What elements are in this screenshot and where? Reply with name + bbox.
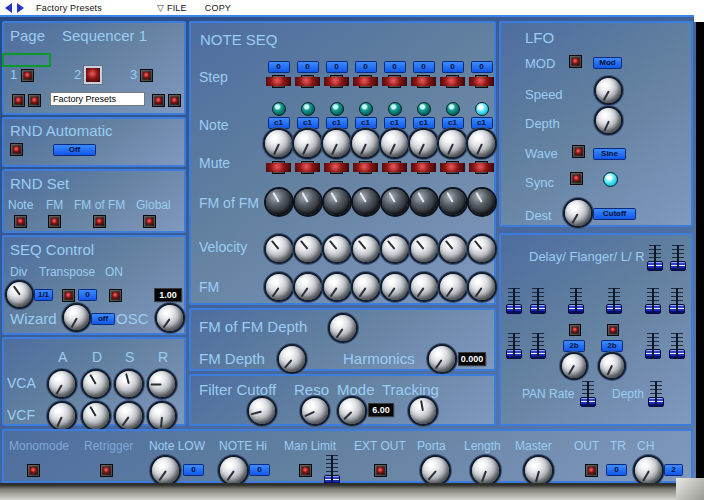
note-knob[interactable] <box>265 130 292 157</box>
fm-of-fm-knob[interactable] <box>382 189 408 215</box>
delay-time-knob-2[interactable] <box>600 354 624 378</box>
delay-sync-button-1[interactable] <box>569 324 581 336</box>
div-knob[interactable] <box>7 282 32 307</box>
harmonics-knob[interactable] <box>429 346 455 372</box>
mute-button[interactable] <box>475 161 488 174</box>
mod-display[interactable]: Mod <box>594 58 621 68</box>
step-button[interactable] <box>359 75 372 88</box>
fm-of-fm-knob[interactable] <box>353 189 379 215</box>
vcf-sustain-knob[interactable] <box>116 403 142 429</box>
mute-button[interactable] <box>272 161 285 174</box>
step-button[interactable] <box>388 75 401 88</box>
preset-name-input[interactable] <box>50 92 145 106</box>
preset-load-button[interactable] <box>168 94 181 107</box>
fm-of-fm-depth-knob[interactable] <box>330 315 356 341</box>
transpose-button[interactable] <box>62 289 75 302</box>
delay-slider-r1[interactable] <box>647 245 663 271</box>
ext-out-button[interactable] <box>374 464 387 477</box>
wizard-knob[interactable] <box>64 305 89 330</box>
flanger-slider-1[interactable] <box>568 288 584 314</box>
note-knob[interactable] <box>410 130 437 157</box>
delay-slider-r3[interactable] <box>645 288 661 314</box>
preset-next-button[interactable] <box>28 94 41 107</box>
mode-knob[interactable] <box>339 398 365 424</box>
page1-button[interactable] <box>21 69 34 82</box>
file-menu[interactable]: FILE <box>167 3 187 13</box>
delay-time-display-2[interactable]: 2b <box>602 341 622 351</box>
note-knob[interactable] <box>439 130 466 157</box>
velocity-knob[interactable] <box>295 236 321 262</box>
out-button[interactable] <box>585 464 598 477</box>
mute-button[interactable] <box>446 161 459 174</box>
titlebar-preset-name[interactable]: Factory Presets <box>36 3 102 13</box>
flanger-slider-2[interactable] <box>606 288 622 314</box>
vca-release-knob[interactable] <box>149 371 175 397</box>
ch-knob[interactable] <box>635 457 662 484</box>
step-button[interactable] <box>330 75 343 88</box>
porta-knob[interactable] <box>422 457 449 484</box>
delay-slider-r4[interactable] <box>669 288 685 314</box>
mode-display[interactable]: 6.00 <box>369 404 393 416</box>
prev-preset-icon[interactable] <box>5 3 12 13</box>
vcf-decay-knob[interactable] <box>83 403 109 429</box>
note-hi-knob[interactable] <box>220 457 247 484</box>
velocity-knob[interactable] <box>324 236 350 262</box>
note-value-display[interactable]: c1 <box>472 118 492 128</box>
vcf-release-knob[interactable] <box>149 403 175 429</box>
lfo-depth-knob[interactable] <box>596 108 621 133</box>
note-value-display[interactable]: c1 <box>269 118 289 128</box>
note-hi-display[interactable]: 0 <box>250 465 269 475</box>
delay-slider-l3[interactable] <box>506 333 522 359</box>
pan-depth-slider[interactable] <box>648 381 664 407</box>
mute-button[interactable] <box>301 161 314 174</box>
delay-sync-button-2[interactable] <box>607 324 619 336</box>
seq-on-button[interactable] <box>109 289 122 302</box>
note-low-knob[interactable] <box>152 457 179 484</box>
fm-depth-knob[interactable] <box>279 346 305 372</box>
preset-prev-button[interactable] <box>12 94 25 107</box>
fm-of-fm-knob[interactable] <box>324 189 350 215</box>
fm-knob[interactable] <box>469 274 495 300</box>
step-button[interactable] <box>417 75 430 88</box>
step-count-display[interactable]: 0 <box>385 62 405 72</box>
fm-of-fm-knob[interactable] <box>411 189 437 215</box>
step-button[interactable] <box>272 75 285 88</box>
fm-of-fm-knob[interactable] <box>469 189 495 215</box>
div-display[interactable]: 1/1 <box>35 290 52 300</box>
man-limit-slider[interactable] <box>324 455 340 485</box>
step-button[interactable] <box>475 75 488 88</box>
step-count-display[interactable]: 0 <box>414 62 434 72</box>
note-low-display[interactable]: 0 <box>184 465 203 475</box>
velocity-knob[interactable] <box>353 236 379 262</box>
mute-button[interactable] <box>330 161 343 174</box>
delay-time-knob-1[interactable] <box>562 354 586 378</box>
rnd-fm-button[interactable] <box>48 215 61 228</box>
page2-button[interactable] <box>87 69 100 82</box>
step-count-display[interactable]: 0 <box>356 62 376 72</box>
page3-button[interactable] <box>140 69 153 82</box>
speed-knob[interactable] <box>596 78 621 103</box>
velocity-knob[interactable] <box>266 236 292 262</box>
note-value-display[interactable]: c1 <box>385 118 405 128</box>
step-button[interactable] <box>301 75 314 88</box>
note-value-display[interactable]: c1 <box>443 118 463 128</box>
note-knob[interactable] <box>323 130 350 157</box>
delay-slider-r5[interactable] <box>645 333 661 359</box>
vcf-attack-knob[interactable] <box>49 403 75 429</box>
mute-button[interactable] <box>388 161 401 174</box>
velocity-knob[interactable] <box>411 236 437 262</box>
transpose-display[interactable]: 0 <box>79 290 96 300</box>
rnd-automatic-button[interactable] <box>10 143 23 156</box>
delay-slider-l1[interactable] <box>506 288 522 314</box>
mute-button[interactable] <box>417 161 430 174</box>
rate-display[interactable]: 1.00 <box>155 289 181 301</box>
note-value-display[interactable]: c1 <box>356 118 376 128</box>
dest-display[interactable]: Cutoff <box>594 209 635 219</box>
fm-knob[interactable] <box>266 274 292 300</box>
next-preset-icon[interactable] <box>17 3 24 13</box>
step-count-display[interactable]: 0 <box>298 62 318 72</box>
wizard-display[interactable]: off <box>92 314 114 324</box>
delay-slider-r2[interactable] <box>670 245 686 271</box>
delay-slider-r6[interactable] <box>669 333 685 359</box>
step-count-display[interactable]: 0 <box>327 62 347 72</box>
